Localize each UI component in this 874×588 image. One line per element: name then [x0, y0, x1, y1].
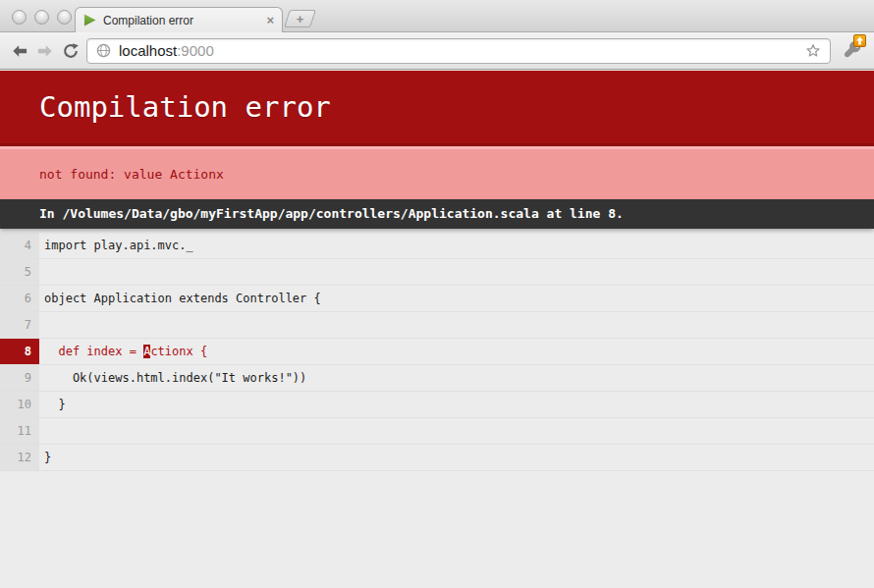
code-line: 9 Ok(views.html.index("It works!")): [0, 365, 874, 392]
line-source: }: [39, 445, 874, 470]
code-line: 4import play.api.mvc._: [0, 233, 874, 259]
url-text[interactable]: localhost:9000: [119, 42, 797, 59]
code-line: 11: [0, 418, 874, 445]
error-header: Compilation error: [0, 71, 874, 146]
back-button[interactable]: [10, 38, 29, 64]
code-listing: 4import play.api.mvc._56object Applicati…: [0, 229, 874, 471]
line-source: }: [39, 392, 874, 417]
line-source: object Application extends Controller {: [39, 286, 874, 311]
reload-icon: [61, 41, 81, 61]
forward-arrow-icon: [35, 41, 55, 61]
window-minimize-button[interactable]: [34, 10, 49, 25]
line-number: 7: [0, 312, 39, 338]
code-line: 6object Application extends Controller {: [0, 286, 874, 312]
code-line: 5: [0, 259, 874, 286]
error-marker: A: [143, 345, 150, 358]
error-location: In /Volumes/Data/gbo/myFirstApp/app/cont…: [39, 206, 624, 221]
line-number: 10: [0, 392, 39, 417]
back-arrow-icon: [10, 41, 29, 61]
tab-title: Compilation error: [103, 14, 259, 27]
url-host: localhost: [119, 42, 177, 59]
update-badge-icon: [853, 34, 866, 47]
browser-toolbar: localhost:9000: [0, 32, 874, 70]
window-zoom-button[interactable]: [57, 10, 72, 25]
code-line: 10 }: [0, 392, 874, 418]
line-number: 6: [0, 286, 39, 311]
line-source: import play.api.mvc._: [39, 233, 874, 258]
tab-strip: Compilation error × +: [0, 0, 874, 32]
line-source: [39, 259, 874, 285]
reload-button[interactable]: [61, 38, 81, 64]
line-number: 8: [0, 339, 39, 364]
error-message: not found: value Actionx: [39, 167, 224, 182]
error-page: Compilation error not found: value Actio…: [0, 71, 874, 588]
line-number: 12: [0, 445, 39, 470]
code-line: 12}: [0, 445, 874, 471]
code-line: 7: [0, 312, 874, 339]
new-tab-button[interactable]: +: [284, 10, 316, 27]
line-source: [39, 312, 874, 338]
bookmark-star-icon[interactable]: [804, 42, 822, 60]
error-message-bar: not found: value Actionx: [0, 146, 874, 199]
forward-button[interactable]: [35, 38, 55, 64]
plus-icon: +: [297, 12, 304, 27]
globe-icon: [95, 42, 112, 59]
window-close-button[interactable]: [12, 10, 27, 25]
url-port: :9000: [177, 42, 214, 59]
browser-menu-button[interactable]: [843, 37, 864, 65]
line-number: 4: [0, 233, 39, 258]
browser-tab[interactable]: Compilation error ×: [75, 7, 283, 32]
window-controls: [12, 10, 72, 25]
line-source: Ok(views.html.index("It works!")): [39, 365, 874, 391]
page-title: Compilation error: [39, 90, 331, 124]
line-number: 5: [0, 259, 39, 285]
line-source: [39, 418, 874, 444]
address-bar[interactable]: localhost:9000: [86, 38, 831, 64]
line-number: 11: [0, 418, 39, 444]
code-line-error: 8 def index = Actionx {: [0, 339, 874, 365]
line-number: 9: [0, 365, 39, 391]
tab-close-icon[interactable]: ×: [266, 14, 274, 27]
play-favicon-icon: [83, 14, 96, 27]
line-source: def index = Actionx {: [39, 339, 874, 364]
error-location-bar: In /Volumes/Data/gbo/myFirstApp/app/cont…: [0, 199, 874, 229]
